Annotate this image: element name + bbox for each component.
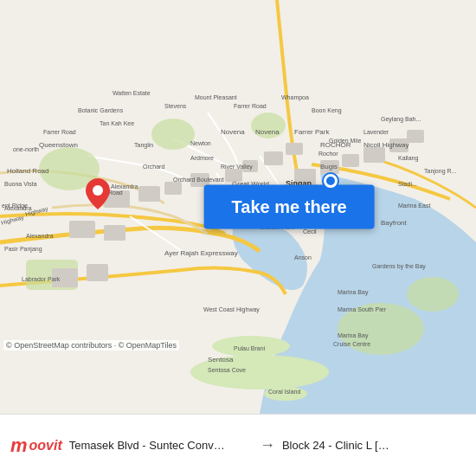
svg-text:Farrer Road: Farrer Road (234, 103, 267, 109)
svg-text:Lavender: Lavender (363, 129, 389, 135)
svg-text:Sentosa: Sentosa (208, 356, 234, 363)
origin-pin (86, 178, 110, 213)
svg-text:Farrer Park: Farrer Park (294, 128, 330, 136)
svg-rect-27 (87, 264, 108, 281)
svg-text:Newton: Newton (190, 140, 211, 146)
svg-text:Alexandra: Alexandra (111, 183, 138, 190)
svg-text:Mount Pleasant: Mount Pleasant (195, 94, 237, 100)
svg-text:ent Ridge: ent Ridge (2, 203, 28, 209)
svg-text:Gardens by the Bay: Gardens by the Bay (372, 263, 426, 270)
svg-text:Coral Island: Coral Island (268, 389, 300, 395)
svg-text:Cruise Centre: Cruise Centre (333, 341, 370, 347)
destination-label: Block 24 - Clinic L [… (282, 439, 389, 452)
svg-text:Geylang Bah...: Geylang Bah... (381, 116, 421, 123)
svg-text:Watten Estate: Watten Estate (113, 90, 151, 96)
svg-text:Novena: Novena (221, 128, 245, 136)
svg-text:Ardmore: Ardmore (190, 155, 214, 161)
svg-rect-25 (104, 225, 125, 241)
svg-text:Cecil: Cecil (303, 228, 317, 235)
svg-rect-11 (138, 186, 160, 202)
svg-text:Golden Mile: Golden Mile (329, 138, 361, 144)
svg-text:Queenstown: Queenstown (39, 141, 78, 149)
svg-text:Pulau Brani: Pulau Brani (234, 345, 266, 351)
svg-text:Orchard Boulevard: Orchard Boulevard (173, 177, 224, 183)
svg-text:Bugis: Bugis (320, 163, 338, 170)
destination-dot (324, 174, 338, 188)
svg-text:Holland Road: Holland Road (7, 167, 48, 175)
svg-text:Tanglin: Tanglin (134, 142, 153, 149)
svg-text:Marina South Pier: Marina South Pier (338, 306, 387, 312)
svg-rect-21 (363, 147, 385, 163)
svg-text:Marina Bay: Marina Bay (338, 289, 369, 296)
svg-text:Marina Bay: Marina Bay (338, 332, 369, 339)
take-me-there-button[interactable]: Take me there (204, 185, 375, 229)
route-arrow: → (260, 436, 275, 454)
map-container: Holland Road Alexandra Alexandra Queenst… (0, 0, 476, 414)
moovit-logo-m: m (10, 434, 28, 457)
svg-rect-12 (164, 182, 182, 195)
svg-text:Stadi...: Stadi... (398, 181, 417, 187)
svg-text:Boon Keng: Boon Keng (312, 107, 342, 114)
svg-text:Rochor: Rochor (318, 151, 338, 157)
svg-text:Whampoa: Whampoa (281, 94, 309, 101)
svg-text:Bayfront: Bayfront (381, 219, 408, 227)
svg-point-9 (407, 277, 459, 312)
svg-text:River Valley: River Valley (221, 164, 253, 170)
moovit-logo-text: oovit (29, 438, 62, 453)
svg-text:Sentosa Cove: Sentosa Cove (208, 367, 246, 373)
moovit-logo: moovit (10, 434, 62, 457)
svg-rect-20 (342, 154, 359, 167)
app: Holland Road Alexandra Alexandra Queenst… (0, 0, 476, 476)
svg-text:Pasir Panjang: Pasir Panjang (4, 246, 42, 253)
svg-point-88 (93, 185, 103, 196)
svg-text:Tan Kah Kee: Tan Kah Kee (100, 120, 134, 126)
svg-text:Orchard: Orchard (143, 164, 164, 170)
svg-text:Stevens: Stevens (164, 103, 187, 109)
svg-rect-17 (286, 143, 303, 155)
svg-text:Ayer Rajah Expressway: Ayer Rajah Expressway (164, 249, 238, 257)
svg-rect-23 (407, 130, 424, 143)
svg-text:Kallang: Kallang (398, 155, 418, 162)
svg-rect-24 (69, 221, 95, 238)
footer-destination-section: Block 24 - Clinic L [… (282, 439, 466, 452)
svg-text:Marina East: Marina East (398, 203, 430, 209)
footer: moovit Temasek Blvd - Suntec Conv… → Blo… (0, 414, 476, 476)
svg-text:Botanic Gardens: Botanic Gardens (78, 107, 124, 113)
svg-text:Novena: Novena (255, 128, 280, 136)
svg-text:Anson: Anson (294, 254, 312, 261)
footer-origin-section: Temasek Blvd - Suntec Conv… (69, 439, 253, 452)
origin-label: Temasek Blvd - Suntec Conv… (69, 439, 253, 452)
svg-text:one-north: one-north (13, 146, 39, 152)
svg-rect-16 (264, 151, 283, 165)
svg-point-5 (151, 119, 195, 150)
svg-text:Nicoll Highway: Nicoll Highway (363, 141, 408, 149)
svg-text:Buona Vista: Buona Vista (4, 181, 37, 187)
svg-text:West Coast Highway: West Coast Highway (203, 306, 260, 313)
svg-text:Tanjong R...: Tanjong R... (424, 168, 456, 175)
svg-text:Road: Road (108, 190, 123, 196)
svg-text:Labrador Park: Labrador Park (22, 276, 61, 282)
svg-text:Alexandra: Alexandra (26, 233, 54, 239)
map-attribution: © OpenStreetMap contributors · © OpenMap… (3, 340, 179, 351)
svg-text:Farrer Road: Farrer Road (43, 129, 76, 135)
